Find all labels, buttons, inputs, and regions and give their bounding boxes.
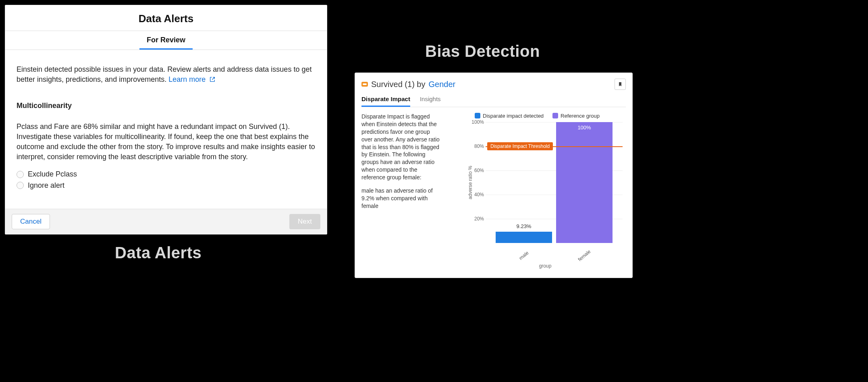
- chart-bar[interactable]: 9.23%: [496, 122, 552, 243]
- chart-bars: 9.23%100%: [486, 122, 623, 243]
- bias-tabs: Disparate Impact Insights: [361, 93, 626, 107]
- chart-plot-area: adverse ratio % 20%40%60%80%100% Dispara…: [469, 122, 623, 243]
- option-label: Exclude Pclass: [28, 169, 77, 179]
- legend-item-reference: Reference group: [552, 113, 600, 119]
- legend-swatch-icon: [475, 113, 480, 118]
- alerts-intro: Einstein detected possible issues in you…: [17, 64, 316, 85]
- alerts-tabs: For Review: [5, 31, 327, 50]
- legend-swatch-icon: [552, 113, 558, 118]
- alerts-body: Einstein detected possible issues in you…: [5, 50, 327, 209]
- bias-para-1: Disparate Impact is flagged when Einstei…: [361, 113, 442, 181]
- tab-disparate-impact[interactable]: Disparate Impact: [361, 93, 410, 107]
- learn-more-link[interactable]: Learn more: [168, 75, 216, 83]
- alert-section-desc: Pclass and Fare are 68% similar and migh…: [17, 122, 316, 162]
- category-icon: [361, 82, 368, 87]
- bias-title-prefix: Survived (1) by: [371, 80, 426, 89]
- caption-data-alerts: Data Alerts: [115, 244, 201, 262]
- bookmark-icon: [618, 81, 623, 87]
- bar-value-label: 9.23%: [496, 223, 552, 229]
- data-alerts-title: Data Alerts: [5, 5, 327, 31]
- caption-bias-detection: Bias Detection: [425, 42, 540, 60]
- bias-title: Survived (1) by Gender: [361, 80, 455, 89]
- bias-description: Disparate Impact is flagged when Einstei…: [361, 113, 442, 274]
- chart-xlabel: group: [449, 263, 626, 269]
- option-exclude-pclass[interactable]: Exclude Pclass: [17, 169, 316, 179]
- alerts-intro-text: Einstein detected possible issues in you…: [17, 65, 311, 83]
- alert-section-title: Multicollinearity: [17, 101, 316, 111]
- option-ignore-alert[interactable]: Ignore alert: [17, 181, 316, 191]
- bias-body: Disparate Impact is flagged when Einstei…: [361, 113, 626, 274]
- bar-value-label: 100%: [556, 125, 613, 131]
- chart-xcat: female: [556, 253, 613, 258]
- chart-xcat: male: [496, 253, 552, 258]
- learn-more-text: Learn more: [168, 75, 206, 83]
- alerts-footer: Cancel Next: [5, 209, 327, 234]
- legend-label: Disparate impact detected: [483, 113, 544, 119]
- chart-xcats: malefemale: [486, 253, 623, 258]
- cancel-button[interactable]: Cancel: [12, 214, 50, 229]
- bias-header: Survived (1) by Gender: [361, 79, 626, 90]
- option-label: Ignore alert: [28, 181, 64, 191]
- bias-title-field[interactable]: Gender: [429, 80, 456, 89]
- legend-label: Reference group: [561, 113, 600, 119]
- radio-icon: [17, 171, 24, 178]
- chart-legend: Disparate impact detected Reference grou…: [449, 113, 626, 119]
- next-button[interactable]: Next: [289, 214, 320, 229]
- chart-bar[interactable]: 100%: [556, 122, 613, 243]
- threshold-label: Disparate Impact Threshold: [487, 142, 553, 150]
- data-alerts-panel: Data Alerts For Review Einstein detected…: [5, 5, 327, 235]
- external-link-icon: [209, 75, 216, 85]
- bookmark-button[interactable]: [615, 79, 626, 90]
- bias-detection-panel: Survived (1) by Gender Disparate Impact …: [355, 73, 633, 278]
- tab-for-review[interactable]: For Review: [139, 31, 193, 50]
- radio-icon: [17, 182, 24, 189]
- disparate-impact-chart: Disparate impact detected Reference grou…: [449, 113, 626, 274]
- legend-item-detected: Disparate impact detected: [475, 113, 544, 119]
- bias-para-2: male has an adverse ratio of 9.2% when c…: [361, 187, 442, 210]
- tab-insights[interactable]: Insights: [420, 93, 441, 107]
